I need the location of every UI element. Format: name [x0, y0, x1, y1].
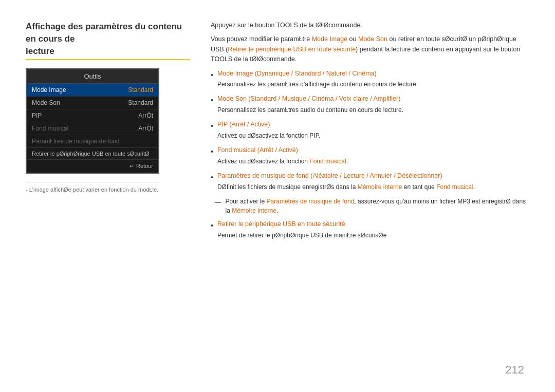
footer-label: Retour [136, 163, 153, 170]
tv-menu-item-retirer-usb[interactable]: Retirer le pØriphØrique USB en toute sØc… [27, 148, 158, 160]
bullet-dot: • [211, 146, 213, 158]
left-column: Affichage des paramètres du contenu en c… [26, 21, 190, 371]
bullet-desc: DØfinit les fichiers de musique enregist… [217, 182, 475, 192]
item-label: PIP [32, 112, 42, 119]
bullet-title: Retirer le périphérique USB en toute séc… [217, 219, 386, 229]
link-retirer-usb: Retirer le périphérique USB en toute séc… [228, 46, 356, 53]
bullet-title: Mode Image (Dynamique / Standard / Natur… [217, 69, 418, 79]
dash-mark: — [215, 198, 221, 208]
link-mode-image: Mode Image [312, 35, 347, 43]
item-value: ArrÔt [138, 125, 153, 132]
page-number: 212 [505, 363, 524, 377]
bullet-list: • Mode Image (Dynamique / Standard / Nat… [211, 69, 529, 192]
item-value: Standard [128, 99, 153, 106]
bullet-content: Fond musical (Arrêt / Activé) Activez ou… [217, 145, 348, 166]
bullet-content: Paramètres de musique de fond (Aléatoire… [217, 171, 475, 192]
title-line2: lecture [26, 46, 54, 56]
bullet-desc: Personnalisez les paramŁtres audio du co… [217, 105, 403, 115]
bullet-item-params-musique: • Paramètres de musique de fond (Aléatoi… [211, 171, 529, 192]
title-line1: Affichage des paramètres du contenu en c… [26, 22, 182, 44]
bullet-title: PIP (Arrêt / Activé) [217, 120, 321, 129]
bullet-dot: • [211, 220, 213, 232]
bullet-dot: • [211, 70, 213, 81]
bullet-title: Paramètres de musique de fond (Aléatoire… [217, 171, 475, 181]
item-label: Mode Son [32, 99, 60, 106]
right-column: Appuyez sur le bouton TOOLS de la tØlØco… [211, 21, 529, 371]
section-title: Affichage des paramètres du contenu en c… [26, 21, 190, 60]
tv-menu-item-mode-image[interactable]: Mode Image Standard [27, 84, 158, 97]
intro-paragraph-1: Appuyez sur le bouton TOOLS de la tØlØco… [211, 21, 529, 30]
bullet-title: Fond musical (Arrêt / Activé) [217, 145, 348, 155]
item-label: ParamŁtres de musique de fond [32, 138, 120, 145]
content-area: Affichage des paramètres du contenu en c… [26, 21, 529, 371]
item-label: Fond musical [32, 125, 68, 132]
bullet-dot: • [211, 95, 213, 106]
dash-content: Pour activer le Paramètres de musique de… [226, 197, 530, 215]
bullet-desc: Personnalisez les paramŁtres d'affichage… [217, 80, 418, 89]
bullet-title: Mode Son (Standard / Musique / Cinéma / … [217, 94, 403, 104]
bullet-dot: • [211, 121, 213, 132]
bullet-item-retirer-usb: • Retirer le périphérique USB en toute s… [211, 219, 529, 240]
tv-menu-item-mode-son[interactable]: Mode Son Standard [27, 97, 158, 109]
bullet-content: PIP (Arrêt / Activé) Activez ou dØsactiv… [217, 120, 321, 140]
bullet-content: Retirer le périphérique USB en toute séc… [217, 219, 386, 240]
tv-menu: Outils Mode Image Standard Mode Son Stan… [26, 68, 159, 174]
bullet-desc: Permet de retirer le pØriphØrique USB de… [217, 231, 386, 240]
item-label: Mode Image [32, 86, 66, 94]
return-icon: ↵ [130, 163, 134, 170]
bullet-dot: • [211, 172, 213, 183]
tv-menu-header: Outils [27, 69, 158, 84]
page-container: Affichage des paramètres du contenu en c… [0, 0, 555, 392]
bullet-list-last: • Retirer le périphérique USB en toute s… [211, 219, 529, 240]
bullet-content: Mode Image (Dynamique / Standard / Natur… [217, 69, 418, 89]
bullet-content: Mode Son (Standard / Musique / Cinéma / … [217, 94, 403, 115]
dash-note-item: — Pour activer le Paramètres de musique … [215, 197, 529, 215]
bullet-item-mode-son: • Mode Son (Standard / Musique / Cinéma … [211, 94, 529, 115]
item-value: ArrÔt [138, 112, 153, 119]
bullet-desc: Activez ou dØsactivez la fonction PIP. [217, 131, 321, 141]
tv-menu-item-params-musique[interactable]: ParamŁtres de musique de fond [27, 135, 158, 148]
bullet-item-pip: • PIP (Arrêt / Activé) Activez ou dØsact… [211, 120, 529, 140]
bullet-item-fond-musical: • Fond musical (Arrêt / Activé) Activez … [211, 145, 529, 166]
tv-menu-item-pip[interactable]: PIP ArrÔt [27, 109, 158, 122]
tv-menu-footer: ↵ Retour [27, 160, 158, 173]
link-mode-son: Mode Son [358, 35, 387, 43]
note-line: - L'image affichØe peut varier en foncti… [26, 182, 159, 193]
intro-paragraph-2: Vous pouvez modifier le paramŁtre Mode I… [211, 34, 529, 64]
item-value: Standard [128, 86, 153, 94]
bullet-desc: Activez ou dØsactivez la fonction Fond m… [217, 157, 348, 166]
bullet-item-mode-image: • Mode Image (Dynamique / Standard / Nat… [211, 69, 529, 89]
tv-menu-item-fond-musical[interactable]: Fond musical ArrÔt [27, 122, 158, 135]
